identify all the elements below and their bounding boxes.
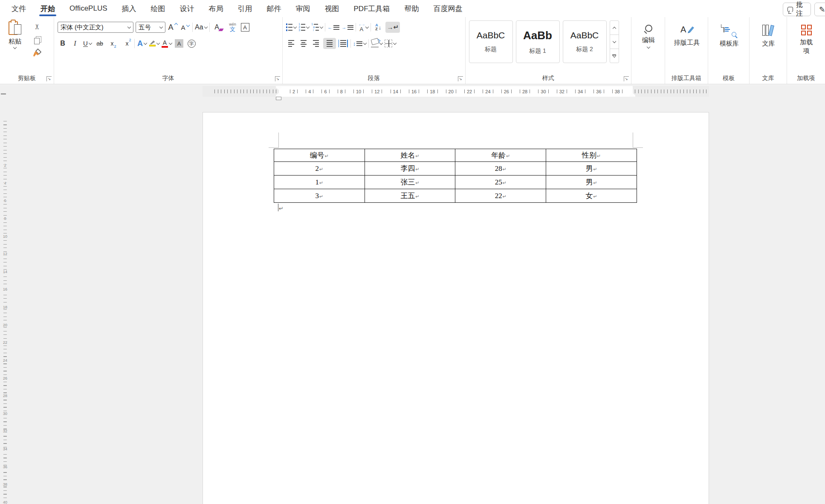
table-cell[interactable]: 女↵	[546, 189, 637, 203]
ruler-number: 18	[427, 89, 437, 94]
align-right-button[interactable]	[311, 38, 321, 49]
font-color-button[interactable]: A	[162, 38, 172, 49]
style-card-title[interactable]: AaBbC 标题	[469, 20, 513, 63]
clear-formatting-button[interactable]: A	[212, 22, 222, 33]
table-cell[interactable]: 王五↵	[365, 189, 455, 203]
clipboard-dialog-launcher[interactable]: ↘	[46, 76, 52, 81]
menu-draw[interactable]: 绘图	[144, 0, 173, 17]
table-cell[interactable]: 男↵	[546, 162, 637, 176]
subscript-button[interactable]: x2	[107, 38, 117, 49]
character-border-button[interactable]: A	[240, 22, 250, 33]
clipboard-group-label: 剪贴板	[18, 75, 36, 82]
menu-design[interactable]: 设计	[173, 0, 202, 17]
table-cell[interactable]: 2↵	[274, 162, 365, 176]
asian-layout-button[interactable]: ←→ A	[358, 22, 368, 33]
table-cell[interactable]: 3↵	[274, 189, 365, 203]
styles-scroll-down-button[interactable]	[610, 35, 619, 49]
decrease-indent-button[interactable]: ←	[327, 22, 339, 33]
show-marks-toggle[interactable]: →↵	[385, 22, 400, 33]
table-cell[interactable]: 25↵	[455, 176, 546, 189]
align-left-button[interactable]	[286, 38, 296, 49]
left-indent-marker[interactable]	[276, 97, 281, 100]
character-shading-button[interactable]: A	[174, 38, 184, 49]
template-library-button[interactable]: 模板库	[720, 20, 739, 73]
text-effects-button[interactable]: A	[137, 38, 147, 49]
increase-indent-button[interactable]: →	[342, 22, 353, 33]
paragraph-dialog-launcher[interactable]: ↘	[458, 76, 463, 81]
ruler-number: 30	[538, 89, 548, 94]
strikethrough-button[interactable]: ab	[95, 38, 105, 49]
table-cell[interactable]: 28↵	[455, 162, 546, 176]
document-page[interactable]: 编号↵ 姓名↵ 年龄↵ 性别↵ 2↵ 李四↵ 28↵ 男↵ 1↵ 张三↵ 25↵…	[203, 112, 709, 504]
chevron-down-icon	[612, 39, 616, 43]
copy-button[interactable]	[31, 34, 43, 46]
shrink-font-button[interactable]: A	[180, 22, 190, 33]
menu-layout[interactable]: 布局	[202, 0, 231, 17]
superscript-button[interactable]: x2	[122, 38, 132, 49]
grow-font-button[interactable]: A	[168, 22, 178, 33]
phonetic-guide-button[interactable]: wén 文	[228, 22, 238, 33]
table-cell[interactable]: 年龄↵	[455, 149, 546, 162]
underline-button[interactable]: U	[82, 38, 93, 49]
table-cell[interactable]: 男↵	[546, 176, 637, 189]
format-painter-button[interactable]	[31, 47, 43, 59]
bold-button[interactable]: B	[58, 38, 68, 49]
style-card-heading2[interactable]: AaBbC 标题 2	[563, 20, 607, 63]
table-cell[interactable]: 李四↵	[365, 162, 455, 176]
paste-button[interactable]: 粘贴	[3, 20, 26, 59]
font-dialog-launcher[interactable]: ↘	[275, 76, 280, 81]
comments-button[interactable]: 批注	[783, 3, 811, 16]
style-card-heading1[interactable]: AaBb 标题 1	[516, 20, 560, 63]
library-button[interactable]: 文库	[762, 20, 775, 73]
justify-button[interactable]	[323, 38, 336, 49]
line-spacing-button[interactable]: ↕	[353, 38, 367, 49]
menu-file[interactable]: 文件	[4, 0, 33, 17]
sort-button[interactable]: AZ ↓	[373, 22, 383, 33]
clear-formatting-icon: A	[214, 23, 219, 31]
addins-button[interactable]: 加载项	[798, 20, 815, 73]
menu-insert[interactable]: 插入	[115, 0, 144, 17]
align-center-button[interactable]	[298, 38, 309, 49]
styles-scroll-up-button[interactable]	[610, 21, 619, 35]
menu-references[interactable]: 引用	[231, 0, 260, 17]
menu-home[interactable]: 开始	[33, 0, 62, 17]
table-cell[interactable]: 姓名↵	[365, 149, 455, 162]
menu-review[interactable]: 审阅	[289, 0, 318, 17]
enclose-characters-button[interactable]: 字	[186, 38, 197, 49]
right-arrow-icon: →	[342, 25, 346, 30]
font-family-select[interactable]: 宋体 (中文正文)	[58, 22, 133, 33]
distribute-button[interactable]	[338, 38, 348, 49]
library-label: 文库	[762, 39, 775, 48]
table-cell[interactable]: 22↵	[455, 189, 546, 203]
cut-button[interactable]: ✂	[31, 20, 43, 32]
typeset-tools-button[interactable]: A 排版工具	[674, 20, 700, 73]
bullets-button[interactable]	[286, 22, 297, 33]
vertical-ruler-numbers: 24 68 1012 1416 1820 2224 2628 3032 3436…	[2, 164, 8, 504]
menu-pdf-tools[interactable]: PDF工具箱	[347, 0, 397, 17]
menu-mailings[interactable]: 邮件	[260, 0, 289, 17]
cell-end-mark: ↵	[597, 153, 601, 159]
change-case-button[interactable]: Aa	[195, 22, 207, 33]
menu-baidu-netdisk[interactable]: 百度网盘	[426, 0, 470, 17]
font-size-select[interactable]: 五号	[136, 22, 165, 33]
menu-view[interactable]: 视图	[318, 0, 347, 17]
table-cell[interactable]: 1↵	[274, 176, 365, 189]
multilevel-list-button[interactable]: 1 a i	[311, 22, 323, 33]
styles-dialog-launcher[interactable]: ↘	[624, 76, 629, 81]
menu-help[interactable]: 帮助	[397, 0, 426, 17]
shading-button[interactable]	[371, 38, 382, 49]
ruler-number: 8	[338, 89, 345, 94]
editing-button[interactable]: 编辑	[642, 20, 655, 73]
table-cell[interactable]: 性别↵	[546, 149, 637, 162]
highlight-color-button[interactable]	[149, 38, 159, 49]
cell-end-mark: ↵	[319, 180, 323, 186]
styles-more-button[interactable]	[610, 49, 619, 63]
menu-officeplus[interactable]: OfficePLUS	[62, 0, 115, 17]
italic-button[interactable]: I	[70, 38, 80, 49]
table-cell[interactable]: 编号↵	[274, 149, 365, 162]
table-cell[interactable]: 张三↵	[365, 176, 455, 189]
editing-mode-button[interactable]: ✎	[814, 3, 825, 16]
numbering-button[interactable]: 1 2 3	[298, 22, 309, 33]
ruler-number: 14	[391, 89, 401, 94]
borders-button[interactable]	[385, 38, 396, 49]
